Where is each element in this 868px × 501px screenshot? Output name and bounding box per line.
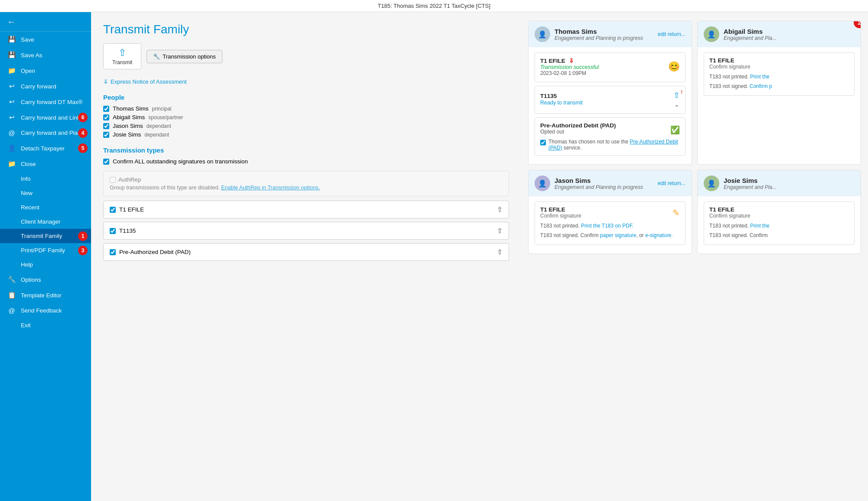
sidebar-item-new[interactable]: New — [0, 186, 91, 200]
jason-t183-not-signed: T183 not signed. Confirm paper signature… — [540, 231, 680, 241]
sidebar-item-save[interactable]: 💾 Save — [0, 32, 91, 47]
sidebar-item-recent[interactable]: Recent — [0, 200, 91, 215]
jason-t183-not-printed: T183 not printed. Print the T183 on PDF. — [540, 221, 680, 231]
close-icon: 📁 — [7, 160, 16, 168]
confirm-checkbox[interactable] — [103, 159, 109, 165]
person-card-abigail: 2 👤 Abigail Sims Engagement and Pla... T… — [697, 21, 861, 165]
people-checkbox-abigail[interactable] — [103, 114, 109, 120]
sidebar-item-client-manager[interactable]: Client Manager — [0, 215, 91, 229]
sidebar-label-close: Close — [21, 161, 36, 167]
thomas-pad-checkbox[interactable] — [540, 140, 546, 146]
josie-t1efile-title: T1 EFILE — [709, 206, 734, 213]
person-info-jason: Jason Sims Engagement and Planning in pr… — [555, 177, 643, 190]
jason-esig-link[interactable]: e-signature. — [645, 232, 672, 238]
jason-print-link[interactable]: Print the T183 on PDF. — [581, 223, 633, 229]
thomas-pad-title: Pre-Authorized Debit (PAD) — [540, 122, 616, 129]
transmit-button[interactable]: ⇧ Transmit — [103, 43, 141, 69]
save-as-icon: 💾 — [7, 51, 16, 59]
options-icon: 🔧 — [7, 276, 16, 283]
abigail-print-link[interactable]: Print the — [750, 74, 770, 80]
thomas-edit-link[interactable]: edit return... — [658, 31, 685, 37]
sidebar-label-carry-forward-link: Carry forward and Link — [21, 114, 80, 121]
t1135-label: T1135 — [119, 228, 136, 234]
sidebar-item-send-feedback[interactable]: @ Send Feedback — [0, 303, 91, 318]
josie-t1efile-info: T1 EFILE Confirm signature — [709, 206, 751, 219]
t1135-upload-warn-icon: ⇧! — [673, 91, 680, 100]
jason-status: Engagement and Planning in progress — [555, 184, 643, 190]
josie-t183-links: T183 not printed. Print the T183 not sig… — [709, 221, 849, 240]
t1135-checkbox[interactable] — [110, 228, 116, 234]
sidebar-item-exit[interactable]: Exit — [0, 318, 91, 332]
t1efile-label: T1 EFILE — [119, 206, 144, 213]
abigail-name: Abigail Sims — [724, 28, 777, 35]
josie-t1efile-card: T1 EFILE Confirm signature T183 not prin… — [704, 202, 855, 245]
jason-paper-sig-link[interactable]: paper signature — [600, 232, 636, 238]
sidebar-item-carry-forward[interactable]: ↩ Carry forward — [0, 78, 91, 94]
people-checkbox-josie[interactable] — [103, 132, 109, 138]
sidebar-label-template-editor: Template Editor — [21, 292, 62, 299]
back-button[interactable]: ← — [7, 17, 16, 26]
pad-checkbox[interactable] — [110, 249, 116, 255]
thomas-pad-header: Pre-Authorized Debit (PAD) Opted out ✅ — [540, 122, 680, 137]
carry-forward-icon: ↩ — [7, 82, 16, 90]
carry-forward-dt-icon: ↩ — [7, 98, 16, 106]
t1efile-checkbox[interactable] — [110, 207, 116, 213]
transmission-options-button[interactable]: 🔧 Transmission options — [147, 50, 222, 63]
sidebar-item-carry-forward-dt[interactable]: ↩ Carry forward DT Max® — [0, 94, 91, 110]
sidebar-item-carry-forward-link[interactable]: ↩ Carry forward and Link 6 — [0, 110, 91, 125]
sidebar-item-close[interactable]: 📁 Close — [0, 156, 91, 172]
sidebar-item-print-pdf[interactable]: Print/PDF Family 3 — [0, 243, 91, 257]
people-role-abigail: spouse/partner — [148, 114, 183, 120]
jason-t1efile-header: T1 EFILE Confirm signature ✎ — [540, 206, 680, 219]
sidebar-item-detach-taxpayer[interactable]: 👤 Detach Taxpayer 5 — [0, 140, 91, 156]
sidebar-item-open[interactable]: 📁 Open — [0, 63, 91, 78]
person-header-left-thomas: 👤 Thomas Sims Engagement and Planning in… — [535, 26, 643, 42]
thomas-t1135-ready-link[interactable]: Ready to transmit — [540, 100, 583, 106]
avatar-thomas: 👤 — [535, 26, 550, 42]
thomas-name: Thomas Sims — [555, 28, 643, 35]
t1135-expand-icon[interactable]: ⌄ — [674, 101, 679, 108]
transmission-options-label: Transmission options — [163, 53, 215, 60]
thomas-t1efile-title: T1 EFILE ⇓ — [540, 58, 574, 64]
pad-service-link[interactable]: Pre-Authorized Debit (PAD) — [548, 139, 678, 151]
jason-body: T1 EFILE Confirm signature ✎ T183 not pr… — [529, 196, 692, 254]
detach-taxpayer-icon: 👤 — [7, 144, 16, 152]
josie-print-link[interactable]: Print the — [750, 223, 770, 229]
thomas-body: T1 EFILE ⇓ Transmission successful 2023-… — [529, 47, 692, 164]
authrep-box: AuthRep Group transmissions of this type… — [103, 171, 509, 196]
authrep-checkbox[interactable] — [110, 177, 116, 183]
sidebar-item-carry-forward-plan[interactable]: @ Carry forward and Plan 4 — [0, 125, 91, 140]
sidebar-item-info[interactable]: Info — [0, 172, 91, 186]
people-item-abigail: Abigail Sims spouse/partner — [103, 114, 509, 120]
authrep-enable-link[interactable]: Enable AuthRep in Transmission options. — [221, 185, 320, 191]
people-checkbox-jason[interactable] — [103, 123, 109, 129]
sidebar-label-save-as: Save As — [21, 52, 42, 59]
people-checkbox-thomas[interactable] — [103, 106, 109, 112]
open-icon: 📁 — [7, 67, 16, 75]
thomas-pad-desc: Thomas has chosen not to use the Pre-Aut… — [548, 139, 680, 151]
sidebar-item-template-editor[interactable]: 📋 Template Editor — [0, 287, 91, 303]
abigail-confirm-link[interactable]: Confirm p — [750, 83, 772, 89]
sidebar-item-save-as[interactable]: 💾 Save As — [0, 47, 91, 63]
sidebar-back[interactable]: ← — [0, 12, 91, 32]
jason-pencil-icon: ✎ — [672, 208, 680, 218]
carry-forward-plan-icon: @ — [7, 129, 16, 137]
main-layout: ← 💾 Save 💾 Save As 📁 Open ↩ Carry forwar… — [0, 12, 868, 501]
thomas-t1135-card: T1135 Ready to transmit ⇧! ⌄ — [535, 86, 685, 114]
sidebar-item-options[interactable]: 🔧 Options — [0, 272, 91, 287]
person-header-jason: 👤 Jason Sims Engagement and Planning in … — [529, 170, 692, 196]
sidebar-item-transmit-family[interactable]: Transmit Family 1 — [0, 229, 91, 243]
people-role-thomas: principal — [152, 106, 172, 112]
abigail-t1efile-info: T1 EFILE Confirm signature — [709, 57, 751, 70]
people-name-abigail: Abigail Sims — [113, 114, 145, 120]
jason-confirm-sig: Confirm signature — [540, 213, 581, 219]
jason-edit-link[interactable]: edit return... — [658, 180, 685, 186]
authrep-description: Group transmissions of this type are dis… — [110, 185, 220, 191]
thomas-smiley-icon: 😊 — [668, 61, 680, 72]
sidebar-item-help[interactable]: Help — [0, 257, 91, 272]
abigail-status: Engagement and Pla... — [724, 35, 777, 41]
type-row-left-t1135: T1135 — [110, 228, 136, 234]
express-notice-link[interactable]: ⇓ Express Notice of Assessment — [103, 78, 509, 85]
title-bar: T185: Thomas Sims 2022 T1 TaxCycle [CTS] — [0, 0, 868, 12]
thomas-t1efile-title-area: T1 EFILE ⇓ Transmission successful 2023-… — [540, 57, 599, 76]
